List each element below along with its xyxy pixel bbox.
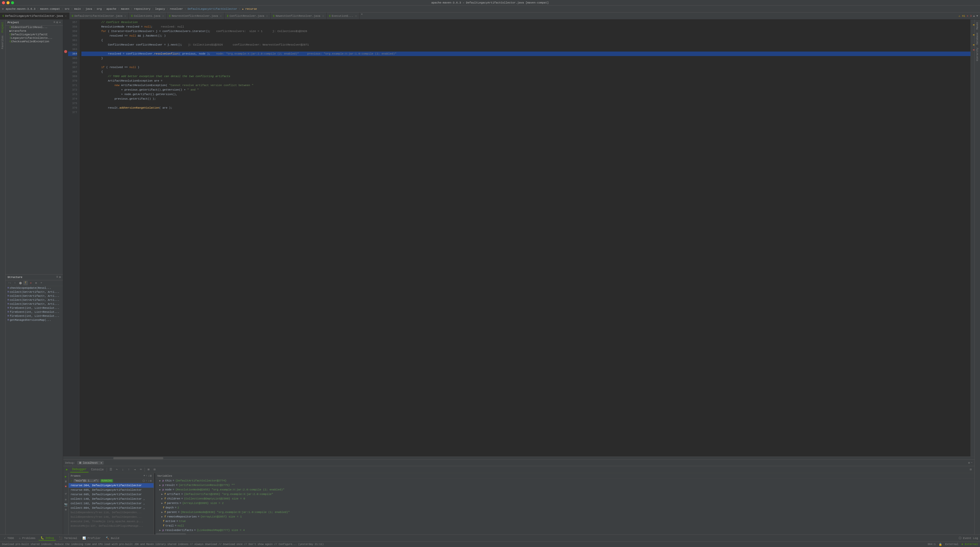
hierarchy-tab-vert[interactable]: Hierarchy <box>975 46 980 63</box>
project-tab-vert[interactable]: Project <box>0 21 5 34</box>
debug-step-over-button[interactable]: ↷ <box>114 467 119 472</box>
debug-side-pause[interactable]: ⏸ <box>64 479 68 484</box>
debug-pin-button[interactable]: ⊡ <box>968 467 974 472</box>
breadcrumb-item-8[interactable]: repository <box>134 8 151 11</box>
tab-2[interactable]: C Collections.java ✕ <box>129 13 167 19</box>
debug-side-settings2[interactable]: ⚙ <box>64 507 68 512</box>
debug-watch-button[interactable]: ⊞ <box>146 467 151 472</box>
breadcrumb-item-2[interactable]: src <box>65 8 70 11</box>
tree-item-2[interactable]: C DefaultLegacyArtifactC <box>5 33 63 36</box>
frame-item-4[interactable]: collect:102, DefaultLegacyArtifactCollec… <box>68 501 154 506</box>
breadcrumb-item-11[interactable]: DefaultLegacyArtifactCollector <box>188 8 237 11</box>
breakpoint-indicator[interactable] <box>64 50 67 53</box>
breadcrumb-item-10[interactable]: resolver <box>170 8 183 11</box>
thread-down-btn[interactable]: ↓ <box>148 479 150 482</box>
frame-item-9[interactable]: executeMojo:137, DefaultBuildPluginManag… <box>68 524 154 528</box>
frame-item-0[interactable]: recurse:364, DefaultLegacyArtifactCollec… <box>68 483 154 488</box>
debug-side-stop[interactable]: ■ <box>64 484 68 489</box>
thread-filter-btn[interactable]: ⊟ <box>150 479 151 482</box>
frame-item-5[interactable]: collect:804, DefaultLegacyArtifactCollec… <box>68 506 154 510</box>
frame-item-1[interactable]: recurse:605, DefaultLegacyArtifactCollec… <box>68 488 154 492</box>
var-expand-result[interactable]: ▶ <box>159 484 161 487</box>
breadcrumb-item-6[interactable]: apache <box>107 8 116 11</box>
frame-item-8[interactable]: execute:246, TreeMojo (org.apache.maven.… <box>68 519 154 524</box>
var-expand-artifact[interactable]: ▶ <box>161 493 163 496</box>
breadcrumb-item-9[interactable]: legacy <box>155 8 165 11</box>
thread-expand-btn[interactable]: ⬡ <box>143 479 145 482</box>
struct-btn-4[interactable]: f <box>23 281 28 285</box>
tab-3[interactable]: C NearestConflictResolver.java ✕ <box>167 13 224 19</box>
tab-close-3[interactable]: ✕ <box>220 14 221 17</box>
event-log-link[interactable]: ⓘ Event Log <box>959 536 978 540</box>
favorites-tab-vert[interactable]: Favorites <box>0 34 5 51</box>
bottom-tab-debug[interactable]: 🐛 Debug <box>38 536 56 541</box>
debug-side-restart[interactable]: ↺ <box>64 491 68 496</box>
debug-step-out-button[interactable]: ↑ <box>126 467 132 472</box>
struct-item-1[interactable]: m collect(Set<Artifact>, Arti... <box>5 290 63 294</box>
bottom-tab-profiler[interactable]: 📊 Profiler <box>80 536 103 540</box>
breadcrumb-item-4[interactable]: java <box>86 8 92 11</box>
var-expand-this[interactable]: ▶ <box>159 479 161 482</box>
tab-close-5[interactable]: ✕ <box>322 14 324 17</box>
project-toolbar-icon2[interactable]: ⚙ <box>56 21 58 24</box>
tab-1[interactable]: C DefaultArtifactCollector.java ✕ <box>69 13 129 19</box>
struct-item-4[interactable]: m collect(Set<Artifact>, Arti... <box>5 302 63 306</box>
var-expand-resolved[interactable]: ▶ <box>159 529 161 532</box>
project-toolbar-icon1[interactable]: ≡ <box>53 21 55 24</box>
frames-up-btn[interactable]: ↑ <box>146 474 147 477</box>
debug-side-camera[interactable]: 📷 <box>64 502 68 507</box>
debug-side-mute[interactable]: ⊘ <box>64 497 68 502</box>
struct-btn-3[interactable]: ⬤ <box>18 281 22 285</box>
frame-item-3[interactable]: collect:148, DefaultLegacyArtifactCollec… <box>68 497 154 501</box>
frame-item-2[interactable]: recurse:605, DefaultLegacyArtifactCollec… <box>68 492 154 497</box>
struct-btn-1[interactable]: ↑↓ <box>8 281 12 285</box>
structure-toolbar-icon2[interactable]: ⚙ <box>59 275 61 279</box>
tab-close-6[interactable]: ✕ <box>355 14 357 17</box>
tab-close-4[interactable]: ✕ <box>266 14 268 17</box>
breadcrumb-item-5[interactable]: org <box>97 8 102 11</box>
maximize-button[interactable] <box>11 1 14 4</box>
tree-item-3[interactable]: I LegacyArtifactCollecto... <box>5 36 63 40</box>
var-expand-node[interactable]: ▶ <box>159 488 161 491</box>
frame-item-6[interactable]: buildDependencyTree:118, DefaultDependen… <box>68 510 154 515</box>
breadcrumb-item-12[interactable]: ⬥ recurse <box>242 8 257 11</box>
struct-btn-more[interactable]: » <box>39 281 44 285</box>
tree-item-4[interactable]: C ChecksumFailedException <box>5 40 63 43</box>
tree-item-0[interactable]: C OldestConflictResol... <box>5 25 63 29</box>
breadcrumb-item-3[interactable]: main <box>74 8 81 11</box>
debug-settings-icon[interactable]: ⚙ <box>968 461 970 465</box>
bottom-tab-terminal[interactable]: ⬛ Terminal <box>57 536 79 540</box>
debug-restore-button[interactable]: ⊟ <box>152 467 158 472</box>
breadcrumb-item-1[interactable]: maven-compat <box>40 8 60 11</box>
code-content[interactable]: // Conflict Resolution ResolutionNode re… <box>80 19 970 457</box>
collapse-button[interactable]: ▼ <box>976 14 978 17</box>
debug-tab-debugger[interactable]: Debugger <box>70 467 89 472</box>
debug-resume-button[interactable]: ▶ <box>64 467 70 472</box>
tab-overflow-button[interactable]: ▾ <box>360 13 364 19</box>
code-horizontal-scrollbar[interactable] <box>63 457 975 460</box>
tab-close-2[interactable]: ✕ <box>162 14 164 17</box>
tab-4[interactable]: I ConflictResolver.java ✕ <box>224 13 270 19</box>
var-expand-children[interactable]: ▶ <box>161 497 163 500</box>
bottom-tab-problems[interactable]: ⚠ Problems <box>17 536 38 540</box>
thread-up-btn[interactable]: ↑ <box>146 479 147 482</box>
tree-item-1[interactable]: ▶ transform <box>5 29 63 33</box>
var-expand-parent[interactable]: ▶ <box>161 511 163 514</box>
position-indicator[interactable]: 364:1 <box>928 543 935 546</box>
bottom-tab-todo[interactable]: ✓ TODO <box>2 536 16 540</box>
expand-button[interactable]: ▲ <box>973 14 975 17</box>
var-expand-parents[interactable]: ▶ <box>161 502 163 505</box>
breadcrumb-item-0[interactable]: apache-maven-3.6.3 <box>6 8 36 11</box>
var-expand-remote[interactable]: ▶ <box>161 515 163 518</box>
tab-0[interactable]: C DefaultLegacyArtifactCollector.java ✕ <box>0 13 69 19</box>
breadcrumb-item-7[interactable]: maven <box>121 8 129 11</box>
struct-item-8[interactable]: m getManagedVersionsMap(... <box>5 318 63 322</box>
frame-item-7[interactable]: buildDependencyTree:146, DefaultDependen… <box>68 515 154 519</box>
struct-item-3[interactable]: m collect(Set<Artifact>, Arti... <box>5 298 63 302</box>
debug-collapse-icon[interactable]: − <box>971 461 972 465</box>
debug-evaluate-button[interactable]: ⌨ <box>138 467 143 472</box>
debug-tab-console[interactable]: Console <box>89 467 106 472</box>
struct-item-5[interactable]: m fireEvent(int, List<Resolut... <box>5 306 63 310</box>
tab-6[interactable]: C ExecutionE... ✕ <box>327 13 360 19</box>
struct-btn-2[interactable]: ↕ <box>13 281 17 285</box>
